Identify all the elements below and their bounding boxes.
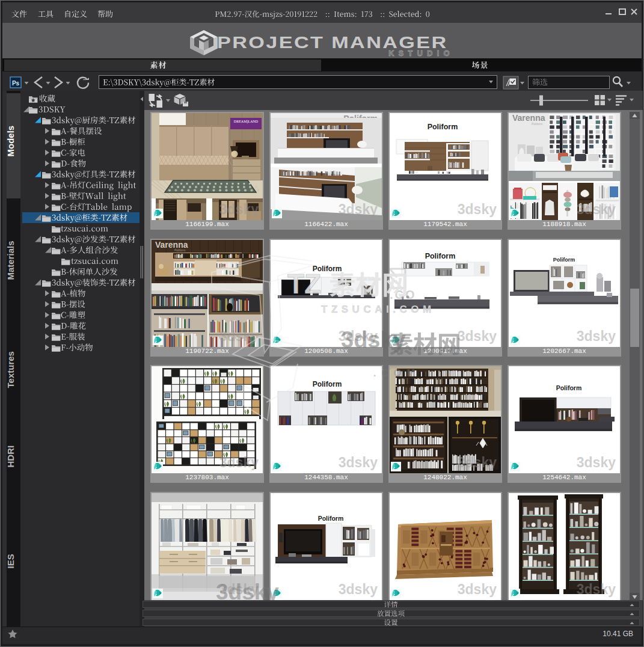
- svg-text:Poliform: Poliform: [313, 380, 342, 388]
- svg-text:Poliform: Poliform: [532, 122, 542, 126]
- svg-text:.CO: .CO: [390, 288, 417, 301]
- svg-text:Poliform: Poliform: [553, 257, 575, 263]
- svg-text:Poliform: Poliform: [318, 515, 344, 522]
- svg-text:Poliform: Poliform: [425, 252, 456, 260]
- svg-text:Poliform: Poliform: [174, 248, 185, 252]
- svg-text:Poliform: Poliform: [428, 123, 458, 131]
- svg-text:DREAM)LAND: DREAM)LAND: [234, 120, 259, 124]
- svg-text:Poliform: Poliform: [313, 265, 342, 273]
- svg-text:Varenna: Varenna: [512, 113, 545, 123]
- svg-text:Poliform: Poliform: [556, 384, 582, 391]
